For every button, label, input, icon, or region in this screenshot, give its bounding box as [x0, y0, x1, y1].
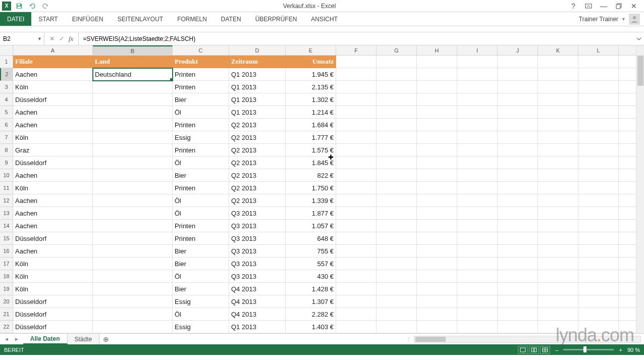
cell[interactable]: [498, 258, 538, 270]
zoom-out-button[interactable]: –: [555, 347, 558, 353]
cell[interactable]: [336, 283, 377, 295]
row-header[interactable]: 11: [0, 182, 13, 194]
cell[interactable]: [377, 258, 417, 270]
select-all-corner[interactable]: [0, 45, 13, 56]
cell[interactable]: [457, 81, 498, 93]
cell[interactable]: Öl: [173, 308, 229, 321]
cell[interactable]: 1.214 €: [286, 106, 336, 119]
tab-ueberpruefen[interactable]: ÜBERPRÜFEN: [248, 12, 304, 26]
cell[interactable]: 2.135 €: [286, 81, 336, 93]
cell[interactable]: Düsseldorf: [13, 232, 93, 245]
cell[interactable]: [457, 194, 498, 207]
row-header[interactable]: 8: [0, 144, 13, 157]
sheet-nav-prev-icon[interactable]: ◄: [4, 336, 9, 342]
cell[interactable]: [498, 93, 538, 106]
close-button[interactable]: ✕: [629, 1, 639, 11]
cell[interactable]: [538, 270, 578, 283]
row-header[interactable]: 3: [0, 81, 13, 93]
redo-button[interactable]: [40, 1, 50, 11]
cell[interactable]: Q4 2013: [229, 295, 286, 308]
ribbon-options-button[interactable]: [583, 1, 594, 11]
table-header-cell[interactable]: Filiale: [13, 56, 93, 68]
cell[interactable]: [538, 119, 578, 131]
cell[interactable]: [417, 283, 457, 295]
cell[interactable]: [93, 232, 173, 245]
view-page-layout-button[interactable]: [529, 346, 539, 354]
cell[interactable]: Graz: [13, 144, 93, 157]
cell[interactable]: [498, 232, 538, 245]
zoom-slider-thumb[interactable]: [583, 346, 586, 352]
view-normal-button[interactable]: [518, 346, 528, 354]
cell[interactable]: [578, 308, 619, 321]
cell[interactable]: [538, 308, 578, 321]
vertical-scrollbar[interactable]: [636, 45, 644, 333]
cell[interactable]: [417, 144, 457, 157]
cell[interactable]: 1.339 €: [286, 194, 336, 207]
cell[interactable]: [417, 308, 457, 321]
column-header[interactable]: B: [93, 45, 173, 56]
minimize-button[interactable]: —: [599, 1, 609, 11]
cell[interactable]: 1.428 €: [286, 283, 336, 295]
cell[interactable]: [417, 169, 457, 182]
cell[interactable]: 430 €: [286, 270, 336, 283]
cell[interactable]: [578, 93, 619, 106]
cell[interactable]: [336, 81, 377, 93]
cell[interactable]: [578, 270, 619, 283]
cell[interactable]: [578, 245, 619, 258]
cell[interactable]: [336, 308, 377, 321]
cell[interactable]: [538, 81, 578, 93]
cell[interactable]: [578, 106, 619, 119]
cell[interactable]: [377, 93, 417, 106]
zoom-in-button[interactable]: +: [619, 347, 622, 353]
cell[interactable]: [457, 207, 498, 220]
cell[interactable]: Essig: [173, 131, 229, 144]
cell[interactable]: [538, 321, 578, 333]
cell[interactable]: [93, 321, 173, 333]
cell[interactable]: 822 €: [286, 169, 336, 182]
cell[interactable]: Q2 2013: [229, 157, 286, 169]
cell[interactable]: 1.684 €: [286, 119, 336, 131]
cell[interactable]: [457, 131, 498, 144]
cell[interactable]: [498, 81, 538, 93]
cell[interactable]: [336, 93, 377, 106]
cell[interactable]: [538, 169, 578, 182]
user-name[interactable]: Trainer Trainer: [579, 16, 618, 23]
column-header[interactable]: L: [578, 45, 619, 56]
cell[interactable]: [93, 144, 173, 157]
cell[interactable]: Printen: [173, 119, 229, 131]
cell[interactable]: [336, 245, 377, 258]
cell[interactable]: [377, 207, 417, 220]
cell[interactable]: Q2 2013: [229, 144, 286, 157]
cell[interactable]: [457, 283, 498, 295]
table-header-cell[interactable]: Produkt: [173, 56, 229, 68]
cell[interactable]: [498, 308, 538, 321]
cell[interactable]: Bier: [173, 169, 229, 182]
cell[interactable]: [417, 68, 457, 81]
cell[interactable]: Bier: [173, 283, 229, 295]
row-header[interactable]: 15: [0, 232, 13, 245]
user-avatar-icon[interactable]: [629, 14, 640, 25]
cell[interactable]: 1.307 €: [286, 295, 336, 308]
cell[interactable]: [417, 321, 457, 333]
name-box[interactable]: ▼: [0, 32, 44, 45]
cell[interactable]: [336, 68, 377, 81]
cell[interactable]: [457, 157, 498, 169]
cell[interactable]: Aachen: [13, 68, 93, 81]
cell[interactable]: [336, 194, 377, 207]
row-header[interactable]: 22: [0, 321, 13, 333]
cell[interactable]: [417, 194, 457, 207]
cell[interactable]: [93, 119, 173, 131]
cell[interactable]: [538, 258, 578, 270]
cell[interactable]: 557 €: [286, 258, 336, 270]
cell[interactable]: Aachen: [13, 220, 93, 232]
cell[interactable]: 1.845 €: [286, 157, 336, 169]
view-page-break-button[interactable]: [540, 346, 550, 354]
name-box-input[interactable]: [3, 35, 33, 42]
cell[interactable]: Köln: [13, 258, 93, 270]
row-header[interactable]: 17: [0, 258, 13, 270]
cell[interactable]: [93, 106, 173, 119]
cell[interactable]: Printen: [173, 232, 229, 245]
cell[interactable]: Öl: [173, 194, 229, 207]
cell[interactable]: [538, 157, 578, 169]
cell[interactable]: [498, 119, 538, 131]
